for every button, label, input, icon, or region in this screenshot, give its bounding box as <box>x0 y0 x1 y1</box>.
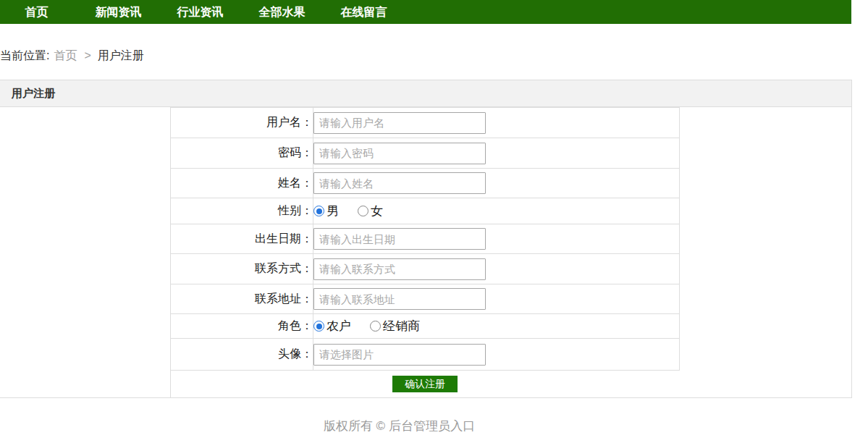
nav-item-fruits[interactable]: 全部水果 <box>241 0 323 24</box>
form-row-name: 姓名： <box>171 169 680 198</box>
registration-form: 用户名： 密码： 姓名： 性别： 男 女 <box>170 107 680 397</box>
breadcrumb-current: 用户注册 <box>98 49 144 62</box>
confirm-register-button[interactable]: 确认注册 <box>392 376 458 392</box>
role-dealer-label: 经销商 <box>383 318 420 334</box>
form-row-gender: 性别： 男 女 <box>171 198 680 224</box>
gender-radio-group: 男 女 <box>313 203 679 219</box>
admin-entrance-link[interactable]: 后台管理员入口 <box>389 419 475 433</box>
breadcrumb-separator: > <box>84 49 90 62</box>
form-row-address: 联系地址： <box>171 284 680 314</box>
avatar-label: 头像： <box>171 339 313 371</box>
nav-menu: 首页 新闻资讯 行业资讯 全部水果 在线留言 <box>0 0 851 24</box>
gender-option-female[interactable]: 女 <box>358 203 383 219</box>
registration-panel: 用户注册 用户名： 密码： 姓名： 性别： 男 <box>0 80 852 398</box>
copyright-text: 版权所有 © <box>324 419 385 433</box>
role-farmer-label: 农户 <box>326 318 351 334</box>
birthdate-input[interactable] <box>313 228 486 250</box>
page-footer: 版权所有 ©后台管理员入口 <box>0 418 799 434</box>
nav-item-industry[interactable]: 行业资讯 <box>159 0 241 24</box>
breadcrumb-home-link[interactable]: 首页 <box>54 49 77 62</box>
radio-farmer-checked-icon[interactable] <box>313 321 324 332</box>
nav-item-news[interactable]: 新闻资讯 <box>77 0 159 24</box>
address-input[interactable] <box>313 288 486 310</box>
form-row-birthdate: 出生日期： <box>171 224 680 254</box>
password-input[interactable] <box>313 143 486 164</box>
username-label: 用户名： <box>171 108 313 138</box>
address-label: 联系地址： <box>171 284 313 314</box>
username-input[interactable] <box>313 112 486 134</box>
contact-label: 联系方式： <box>171 254 313 284</box>
form-row-role: 角色： 农户 经销商 <box>171 314 680 339</box>
breadcrumb-prefix: 当前位置: <box>0 49 49 62</box>
panel-title: 用户注册 <box>0 80 851 107</box>
avatar-input[interactable] <box>313 344 486 366</box>
gender-male-label: 男 <box>326 203 339 219</box>
birthdate-label: 出生日期： <box>171 224 313 254</box>
form-row-password: 密码： <box>171 138 680 169</box>
gender-option-male[interactable]: 男 <box>313 203 339 219</box>
gender-label: 性别： <box>171 198 313 224</box>
radio-male-checked-icon[interactable] <box>313 206 324 216</box>
form-row-submit: 确认注册 <box>171 371 680 397</box>
role-option-dealer[interactable]: 经销商 <box>370 318 420 334</box>
gender-female-label: 女 <box>371 203 383 219</box>
role-radio-group: 农户 经销商 <box>313 318 679 334</box>
name-label: 姓名： <box>171 169 313 198</box>
nav-item-home[interactable]: 首页 <box>0 0 77 24</box>
radio-female-icon[interactable] <box>358 206 368 216</box>
top-navbar: 首页 新闻资讯 行业资讯 全部水果 在线留言 <box>0 0 851 24</box>
password-label: 密码： <box>171 138 313 169</box>
form-row-contact: 联系方式： <box>171 254 680 284</box>
role-label: 角色： <box>171 314 313 339</box>
role-option-farmer[interactable]: 农户 <box>313 318 351 334</box>
contact-input[interactable] <box>313 258 486 280</box>
nav-item-messages[interactable]: 在线留言 <box>323 0 405 24</box>
form-row-username: 用户名： <box>171 108 680 138</box>
name-input[interactable] <box>313 172 486 194</box>
radio-dealer-icon[interactable] <box>370 321 381 332</box>
form-row-avatar: 头像： <box>171 339 680 371</box>
breadcrumb: 当前位置:首页>用户注册 <box>0 48 144 64</box>
